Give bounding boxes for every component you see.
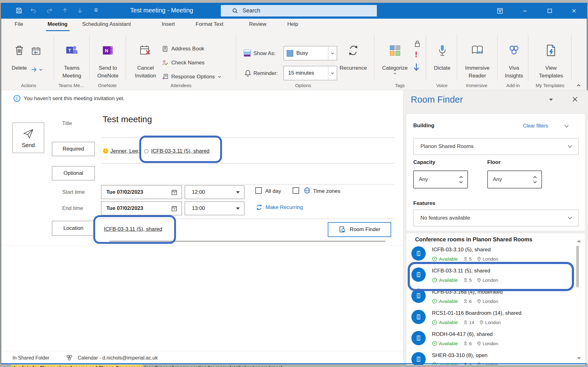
teams-meeting-button[interactable]: T Teams Meeting [59, 40, 85, 80]
tab-review[interactable]: Review [249, 21, 266, 27]
undo-icon[interactable] [30, 7, 37, 14]
show-as-label: Show As: [253, 50, 275, 57]
room-list-item-selected[interactable]: ICFB-03-3.11 (5), shared Available 5 Lon… [410, 267, 576, 287]
recurrence-button[interactable]: Recurrence [336, 40, 370, 72]
teams-icon: T [65, 40, 79, 61]
move-down-icon[interactable] [76, 7, 83, 14]
all-day-checkbox[interactable] [255, 187, 262, 194]
tab-file[interactable]: File [15, 21, 23, 27]
scrollbar-thumb[interactable] [576, 246, 579, 287]
room-list-item[interactable]: ICFB-03-3.16a (4), moderated Available 6… [410, 288, 576, 309]
search-box[interactable] [221, 5, 377, 16]
room-icon [411, 267, 426, 282]
end-time-input[interactable]: 13:00 [185, 202, 244, 215]
availability-clock-icon [432, 277, 437, 283]
room-list-item[interactable]: ICFB-03-3.10 (5), shared Available 5 Lon… [410, 246, 576, 266]
dictate-button[interactable]: Dictate [427, 40, 457, 72]
room-list-item[interactable]: RCS1-01-116 Boardroom (14), shared Avail… [410, 309, 576, 330]
send-to-onenote-button[interactable]: N Send to OneNote [94, 40, 122, 80]
move-up-icon[interactable] [62, 7, 68, 14]
calendar-account-text: Calendar - d.nichols@imperial.ac.uk [78, 355, 158, 361]
end-date-input[interactable]: Tue 07/02/2023 [101, 202, 182, 215]
floor-stepper[interactable]: Any [487, 170, 542, 188]
calendar-icon[interactable] [171, 205, 178, 212]
address-book-button[interactable]: Address Book [162, 45, 204, 53]
person-icon [463, 320, 468, 325]
location-button[interactable]: Location [52, 221, 95, 236]
chevron-down-icon[interactable] [328, 46, 337, 60]
meeting-title-value[interactable]: Test meeting [103, 114, 152, 124]
make-recurring-link[interactable]: Make Recurring [266, 204, 303, 211]
minimize-button[interactable] [518, 3, 532, 19]
room-status: Available 6 London [432, 299, 498, 304]
capacity-stepper[interactable]: Any [413, 170, 468, 188]
high-importance-icon[interactable]: ! [415, 50, 418, 58]
required-button[interactable]: Required [52, 142, 95, 156]
attendee-chip[interactable]: Jenner, Lee; [110, 148, 140, 154]
building-select[interactable]: Planon Shared Rooms [413, 138, 579, 155]
room-list-item[interactable]: RODH-04-417 (6), shared Available 6 Lond… [410, 330, 576, 351]
start-time-input[interactable]: 12:00 [185, 185, 244, 199]
onenote-icon: N [101, 40, 114, 61]
room-status: Available 5 London [432, 277, 498, 283]
view-templates-button[interactable]: View Templates [535, 40, 567, 80]
infobar-text: You haven't sent this meeting invitation… [24, 95, 125, 102]
chevron-down-icon[interactable] [459, 181, 463, 184]
dropdown-arrow-icon[interactable] [236, 191, 240, 195]
room-finder-button[interactable]: Room Finder [328, 222, 391, 237]
panel-close-icon[interactable] [572, 96, 578, 103]
save-icon[interactable] [16, 7, 22, 14]
response-options-button[interactable]: Response Options [162, 73, 222, 81]
scroll-up-icon[interactable] [577, 238, 581, 242]
panel-dropdown-icon[interactable] [549, 101, 553, 106]
redo-icon[interactable] [46, 7, 53, 14]
chevron-down-icon[interactable] [328, 66, 337, 80]
time-zones-checkbox[interactable] [293, 187, 299, 194]
location-value[interactable]: ICFB-03-3.11 (5), shared [104, 226, 162, 232]
start-date-input[interactable]: Tue 07/02/2023 [101, 185, 182, 199]
forward-arrow-icon[interactable] [30, 66, 43, 73]
show-as-select[interactable]: Busy [284, 46, 337, 60]
scroll-down-icon[interactable] [577, 357, 581, 362]
low-importance-icon[interactable] [412, 62, 420, 73]
private-lock-icon[interactable] [413, 39, 421, 49]
presence-circle-icon [144, 149, 149, 154]
cancel-invitation-button[interactable]: Cancel Invitation [130, 40, 161, 80]
check-names-button[interactable]: Check Names [162, 59, 205, 67]
categorize-button[interactable]: Categorize [379, 40, 410, 76]
tab-scheduling-assistant[interactable]: Scheduling Assistant [82, 21, 131, 27]
chevron-down-icon[interactable] [564, 124, 569, 129]
availability-clock-icon [432, 299, 437, 304]
tentative-clock-icon [103, 148, 109, 154]
chevron-up-icon[interactable] [459, 176, 463, 179]
collapse-ribbon-icon[interactable] [576, 83, 581, 88]
customize-quick-access-icon[interactable] [93, 8, 100, 15]
field-divider [100, 219, 394, 219]
tab-format-text[interactable]: Format Text [196, 21, 223, 27]
close-button[interactable] [567, 3, 581, 19]
dropdown-arrow-icon[interactable] [236, 207, 240, 211]
maximize-button[interactable] [543, 3, 557, 19]
room-icon [411, 310, 426, 324]
chevron-down-icon[interactable] [533, 181, 537, 184]
tab-help[interactable]: Help [287, 21, 298, 27]
search-icon [232, 8, 238, 14]
tab-meeting[interactable]: Meeting [48, 21, 67, 27]
required-room-chip[interactable]: ICFB-03-3.11 (5), shared [151, 148, 210, 154]
delete-button[interactable]: Delete [7, 40, 31, 72]
group-label-immersive: Immersive [458, 83, 495, 88]
tab-insert[interactable]: Insert [162, 21, 175, 27]
optional-button[interactable]: Optional [52, 166, 95, 180]
calendar-icon[interactable] [171, 189, 178, 196]
chevron-up-icon[interactable] [533, 176, 537, 179]
ribbon-display-options-icon[interactable] [493, 3, 507, 19]
send-button[interactable]: Send [12, 123, 44, 153]
search-input[interactable] [242, 7, 361, 14]
screenshot-root: Test meeting - Meeting File Meeting Sche… [0, 0, 588, 367]
features-select[interactable]: No features available [413, 210, 579, 226]
clear-filters-link[interactable]: Clear filters [523, 123, 548, 129]
reminder-select[interactable]: 15 minutes [284, 66, 337, 80]
viva-insights-button[interactable]: Viva Insights [502, 40, 526, 80]
forward-meeting-icon[interactable] [30, 46, 42, 57]
immersive-reader-button[interactable]: Immersive Reader [462, 40, 493, 80]
